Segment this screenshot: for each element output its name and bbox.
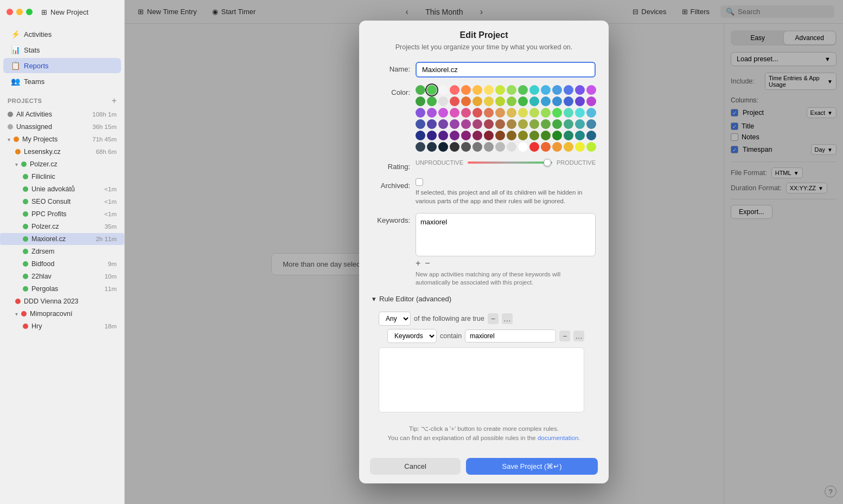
color-swatch[interactable] [495, 119, 505, 129]
color-swatch[interactable] [450, 96, 459, 106]
color-swatch[interactable] [450, 142, 459, 152]
color-swatch[interactable] [586, 142, 596, 152]
color-swatch[interactable] [586, 96, 596, 106]
color-swatch[interactable] [541, 85, 551, 95]
color-swatch[interactable] [472, 119, 482, 129]
color-swatch[interactable] [507, 131, 516, 140]
project-zdrsem[interactable]: Zdrsem [0, 245, 124, 257]
color-swatch[interactable] [461, 142, 471, 152]
color-swatch[interactable] [529, 131, 539, 140]
sidebar-item-reports[interactable]: 📋 Reports [3, 58, 121, 73]
color-swatch[interactable] [541, 108, 551, 118]
color-swatch[interactable] [586, 131, 596, 140]
color-swatch[interactable] [427, 108, 437, 118]
color-swatch[interactable] [529, 96, 539, 106]
color-swatch[interactable] [484, 108, 494, 118]
color-swatch[interactable] [507, 142, 516, 152]
new-project-button[interactable]: ⊞ New Project [41, 8, 88, 16]
color-swatch[interactable] [438, 131, 448, 140]
color-swatch[interactable] [416, 108, 425, 118]
color-swatch[interactable] [450, 85, 459, 95]
color-swatch[interactable] [416, 85, 425, 95]
color-swatch[interactable] [518, 108, 528, 118]
remove-keyword-button[interactable]: − [425, 259, 430, 268]
color-swatch[interactable] [495, 108, 505, 118]
project-all-activities[interactable]: All Activities 108h 1m [0, 108, 124, 120]
color-swatch[interactable] [507, 108, 516, 118]
archived-cb[interactable] [416, 178, 423, 186]
color-swatch[interactable] [484, 96, 494, 106]
color-swatch[interactable] [586, 108, 596, 118]
color-swatch[interactable] [518, 119, 528, 129]
color-swatch[interactable] [461, 96, 471, 106]
color-swatch[interactable] [552, 85, 562, 95]
color-swatch[interactable] [472, 142, 482, 152]
color-swatch[interactable] [586, 85, 596, 95]
project-ppc[interactable]: PPC Profits <1m [0, 208, 124, 220]
project-unassigned[interactable]: Unassigned 36h 15m [0, 121, 124, 133]
cancel-button[interactable]: Cancel [370, 458, 461, 475]
minimize-button[interactable] [16, 9, 23, 15]
color-swatch[interactable] [575, 96, 585, 106]
color-swatch[interactable] [450, 131, 459, 140]
color-swatch[interactable] [484, 131, 494, 140]
color-swatch[interactable] [427, 85, 437, 95]
color-swatch[interactable] [484, 85, 494, 95]
color-swatch[interactable] [552, 119, 562, 129]
color-swatch[interactable] [575, 119, 585, 129]
project-lesensky[interactable]: Lesensky.cz 68h 6m [0, 146, 124, 158]
color-swatch[interactable] [575, 108, 585, 118]
project-polzercz[interactable]: Polzer.cz 35m [0, 221, 124, 232]
rule-cond-minus-button[interactable]: − [559, 331, 570, 341]
color-swatch[interactable] [472, 85, 482, 95]
add-keyword-button[interactable]: + [416, 259, 420, 268]
rating-slider[interactable] [468, 161, 552, 164]
color-swatch[interactable] [438, 142, 448, 152]
color-swatch[interactable] [484, 119, 494, 129]
save-project-button[interactable]: Save Project (⌘↵) [466, 458, 598, 475]
color-swatch[interactable] [541, 119, 551, 129]
project-bidfood[interactable]: Bidfood 9m [0, 258, 124, 270]
rule-any-select[interactable]: Any [379, 312, 411, 326]
color-swatch[interactable] [472, 131, 482, 140]
color-swatch[interactable] [529, 119, 539, 129]
color-swatch[interactable] [552, 96, 562, 106]
project-filiclinic[interactable]: Filiclinic [0, 171, 124, 183]
close-button[interactable] [7, 9, 13, 15]
project-seo[interactable]: SEO Consult <1m [0, 196, 124, 208]
color-swatch[interactable] [461, 119, 471, 129]
rule-keywords-select[interactable]: Keywords [387, 329, 437, 343]
color-swatch[interactable] [518, 96, 528, 106]
color-swatch[interactable] [564, 142, 573, 152]
color-swatch[interactable] [507, 85, 516, 95]
color-swatch[interactable] [552, 108, 562, 118]
color-swatch[interactable] [552, 131, 562, 140]
project-name-input[interactable] [416, 62, 596, 77]
color-swatch[interactable] [518, 142, 528, 152]
color-swatch[interactable] [564, 85, 573, 95]
color-swatch[interactable] [518, 85, 528, 95]
color-swatch[interactable] [541, 96, 551, 106]
maximize-button[interactable] [26, 9, 33, 15]
documentation-link[interactable]: documentation. [538, 435, 580, 441]
color-swatch[interactable] [495, 142, 505, 152]
color-swatch[interactable] [450, 108, 459, 118]
color-swatch[interactable] [461, 131, 471, 140]
project-my-projects[interactable]: ▾ My Projects 71h 45m [0, 133, 124, 145]
rule-more-button[interactable]: … [502, 313, 513, 324]
project-ddd[interactable]: DDD Vienna 2023 [0, 295, 124, 307]
color-swatch[interactable] [507, 119, 516, 129]
color-swatch[interactable] [564, 96, 573, 106]
color-swatch[interactable] [438, 96, 448, 106]
color-swatch[interactable] [529, 108, 539, 118]
color-swatch[interactable] [450, 119, 459, 129]
color-swatch[interactable] [472, 96, 482, 106]
color-swatch[interactable] [507, 96, 516, 106]
color-swatch[interactable] [575, 142, 585, 152]
color-swatch[interactable] [541, 142, 551, 152]
color-swatch[interactable] [461, 85, 471, 95]
sidebar-item-stats[interactable]: 📊 Stats [3, 42, 121, 57]
color-swatch[interactable] [564, 108, 573, 118]
color-swatch[interactable] [416, 119, 425, 129]
color-swatch[interactable] [427, 119, 437, 129]
